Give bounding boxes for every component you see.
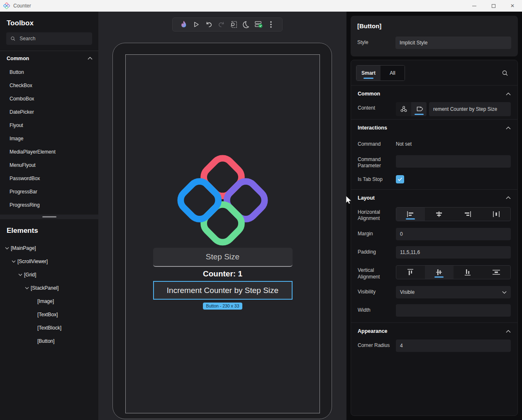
command-label: Command — [358, 138, 396, 148]
toolbox-item-combobox[interactable]: ComboBox — [0, 92, 98, 105]
designer-window: Counter ✕ Toolbox Common — [0, 0, 522, 420]
chevron-down-icon[interactable] — [24, 287, 30, 289]
literal-mode-button[interactable] — [411, 102, 427, 116]
theme-toggle-button[interactable] — [240, 18, 252, 31]
corner-radius-field[interactable]: 4 — [396, 339, 511, 352]
toolbox-item-image[interactable]: Image — [0, 132, 98, 145]
collapse-chevron-up-icon[interactable] — [506, 93, 511, 95]
content-value-field[interactable]: rement Counter by Step Size — [429, 102, 511, 116]
halign-center-button[interactable] — [425, 208, 454, 221]
tree-item-textblock[interactable]: [TextBlock] — [0, 321, 98, 335]
app-image-logo[interactable] — [176, 154, 269, 247]
is-tab-stop-label: Is Tab Stop — [358, 175, 396, 183]
device-frame: Step Size Counter: 1 Increment Counter b… — [112, 43, 332, 419]
collapse-chevron-up-icon[interactable] — [506, 196, 511, 199]
section-common: Common Content — [351, 85, 517, 119]
tree-item-textbox[interactable]: [TextBox] — [0, 308, 98, 321]
width-label: Width — [358, 304, 396, 314]
toolbox-item-flyout[interactable]: Flyout — [0, 119, 98, 132]
selected-element-title: [Button] — [357, 22, 511, 29]
tree-item-button[interactable]: [Button] — [0, 335, 98, 348]
titlebar: Counter ✕ — [0, 0, 522, 12]
collapse-chevron-up-icon[interactable] — [506, 330, 511, 333]
tab-all[interactable]: All — [381, 66, 405, 81]
step-size-textbox[interactable]: Step Size — [153, 248, 293, 267]
command-parameter-field[interactable] — [396, 155, 511, 168]
minimize-button[interactable] — [465, 0, 484, 12]
redo-button[interactable] — [215, 18, 227, 31]
maximize-icon — [492, 4, 495, 8]
tree-item-mainpage[interactable]: [MainPage] — [0, 242, 98, 255]
validate-button[interactable] — [252, 18, 265, 31]
tree-item-grid[interactable]: [Grid] — [0, 268, 98, 281]
search-input[interactable] — [20, 36, 88, 42]
align-right-icon — [464, 211, 471, 217]
counter-textblock[interactable]: Counter: 1 — [203, 269, 242, 278]
halign-left-button[interactable] — [396, 208, 425, 221]
corner-radius-label: Corner Radius — [358, 339, 396, 349]
binding-mode-button[interactable] — [396, 102, 411, 116]
align-left-icon — [407, 211, 414, 217]
width-field[interactable] — [396, 304, 511, 317]
visibility-dropdown[interactable]: Visible — [396, 286, 511, 298]
close-button[interactable]: ✕ — [503, 0, 522, 12]
is-tab-stop-checkbox[interactable] — [396, 175, 404, 183]
toolbox-item-progressring[interactable]: ProgressRing — [0, 198, 98, 212]
halign-right-button[interactable] — [454, 208, 482, 221]
stretch-horizontal-icon — [493, 211, 500, 217]
app-screen[interactable]: Step Size Counter: 1 Increment Counter b… — [125, 54, 320, 413]
toolbox-item-datepicker[interactable]: DatePicker — [0, 105, 98, 119]
undo-button[interactable] — [202, 18, 215, 31]
maximize-button[interactable] — [484, 0, 503, 12]
play-button[interactable] — [190, 18, 202, 31]
chevron-down-icon[interactable] — [17, 273, 24, 276]
toolbox-item-checkbox[interactable]: CheckBox — [0, 79, 98, 92]
close-icon: ✕ — [510, 3, 515, 8]
margin-field[interactable]: 0 — [396, 228, 511, 240]
properties-search-icon[interactable] — [502, 70, 508, 76]
chevron-down-icon[interactable] — [4, 247, 10, 249]
section-interactions: Interactions Command Not set Command Par… — [351, 119, 517, 189]
tree-item-scrollviewer[interactable]: [ScrollViewer] — [0, 255, 98, 268]
align-center-horizontal-icon — [435, 211, 443, 217]
properties-card: Smart All Common Content — [351, 60, 518, 416]
tab-smart[interactable]: Smart — [356, 66, 381, 81]
valign-bottom-button[interactable] — [454, 266, 482, 279]
chevron-up-icon — [88, 57, 93, 60]
toolbox-item-button[interactable]: Button — [0, 66, 98, 79]
more-options-button[interactable] — [265, 18, 277, 31]
collapse-chevron-up-icon[interactable] — [506, 127, 511, 129]
valign-top-button[interactable] — [396, 266, 425, 279]
margin-label: Margin — [358, 228, 396, 237]
toolbox-item-passwordbox[interactable]: PasswordBox — [0, 172, 98, 185]
toolbox-item-mediaplayerelement[interactable]: MediaPlayerElement — [0, 145, 98, 159]
increment-button-selected[interactable]: Increment Counter by Step Size — [153, 281, 293, 300]
command-value[interactable]: Not set — [396, 138, 412, 147]
tree-item-stackpanel[interactable]: [StackPanel] — [0, 281, 98, 295]
chevron-down-icon[interactable] — [10, 260, 17, 263]
valign-center-button[interactable] — [425, 266, 454, 279]
vertical-alignment-label: Vertical Alignment — [358, 264, 396, 280]
inspect-zoom-button[interactable] — [227, 18, 240, 31]
tree-item-image[interactable]: [Image] — [0, 295, 98, 308]
toolbox-item-menuflyout[interactable]: MenuFlyout — [0, 159, 98, 172]
visibility-label: Visibility — [358, 286, 396, 295]
padding-field[interactable]: 11,5,11,6 — [396, 246, 511, 259]
design-canvas[interactable]: Step Size Counter: 1 Increment Counter b… — [98, 12, 346, 420]
inspect-zoom-icon — [230, 21, 237, 28]
horizontal-alignment-group — [396, 207, 511, 221]
chevron-down-icon — [502, 291, 507, 294]
toolbox-category-common[interactable]: Common — [0, 51, 98, 66]
horizontal-alignment-label: Horizontal Alignment — [358, 206, 396, 222]
valign-stretch-button[interactable] — [482, 266, 510, 279]
style-field[interactable]: Implicit Style — [395, 37, 511, 49]
elements-tree: [MainPage] [ScrollViewer] [Grid] [StackP… — [0, 240, 98, 348]
search-icon — [10, 36, 15, 42]
halign-stretch-button[interactable] — [482, 208, 510, 221]
toolbox-search[interactable] — [6, 32, 92, 45]
sidebar-splitter[interactable] — [0, 215, 98, 219]
toolbox-item-progressbar[interactable]: ProgressBar — [0, 185, 98, 198]
toolbox-panel: Toolbox Common Button CheckBox — [0, 12, 98, 215]
check-icon — [398, 177, 402, 181]
hot-design-button[interactable] — [178, 18, 190, 31]
